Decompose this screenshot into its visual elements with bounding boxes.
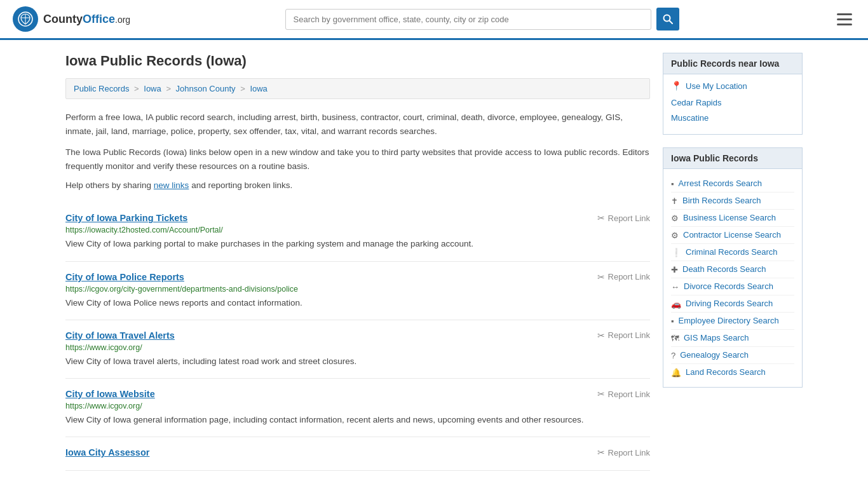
criminal-records-link[interactable]: Criminal Records Search [686, 247, 778, 257]
driving-records-link[interactable]: Driving Records Search [686, 299, 773, 308]
business-icon: ⚙ [671, 214, 679, 223]
divorce-records-link[interactable]: Divorce Records Search [684, 281, 773, 291]
breadcrumb-public-records[interactable]: Public Records [74, 84, 129, 93]
listing-item: City of Iowa Police Reports ✂ Report Lin… [65, 262, 650, 320]
listing-link[interactable]: City of Iowa Police Reports [65, 272, 184, 282]
birth-records-link[interactable]: Birth Records Search [682, 196, 761, 205]
use-my-location[interactable]: 📍 Use My Location [671, 81, 794, 91]
records-section: Iowa Public Records ▪ Arrest Records Sea… [663, 147, 803, 388]
breadcrumb-sep3: > [240, 84, 247, 93]
list-item: 🔔 Land Records Search [671, 364, 794, 381]
report-icon: ✂ [597, 213, 605, 223]
records-section-body: ▪ Arrest Records Search ✝ Birth Records … [663, 169, 803, 388]
listing-link[interactable]: City of Iowa Travel Alerts [65, 330, 175, 341]
list-item: ▪ Arrest Records Search [671, 175, 794, 193]
listing-item: City of Iowa Travel Alerts ✂ Report Link… [65, 320, 650, 379]
gis-icon: 🗺 [671, 334, 679, 343]
land-icon: 🔔 [671, 368, 681, 377]
location-pin-icon: 📍 [671, 81, 682, 91]
criminal-icon: ❕ [671, 248, 681, 257]
arrest-records-link[interactable]: Arrest Records Search [679, 179, 763, 188]
report-label: Report Link [608, 330, 650, 340]
report-icon: ✂ [597, 389, 605, 399]
land-records-link[interactable]: Land Records Search [686, 367, 766, 377]
business-license-link[interactable]: Business License Search [683, 213, 776, 222]
use-my-location-label: Use My Location [686, 81, 747, 91]
page-title: Iowa Public Records (Iowa) [65, 53, 650, 69]
listing-title: City of Iowa Police Reports [65, 272, 184, 282]
menu-button[interactable] [834, 10, 855, 29]
records-section-title: Iowa Public Records [663, 147, 803, 169]
employee-icon: ▪ [671, 316, 674, 326]
breadcrumb-sep2: > [166, 84, 173, 93]
arrest-icon: ▪ [671, 179, 674, 189]
employee-directory-link[interactable]: Employee Directory Search [679, 316, 779, 325]
listing-link[interactable]: City of Iowa Parking Tickets [65, 213, 187, 223]
list-item: ▪ Employee Directory Search [671, 313, 794, 330]
nearby-section-title: Public Records near Iowa [663, 53, 803, 74]
listings: City of Iowa Parking Tickets ✂ Report Li… [65, 203, 650, 471]
listing-url: https://icgov.org/city-government/depart… [65, 285, 650, 294]
divorce-icon: ↔ [671, 282, 679, 292]
listing-link[interactable]: City of Iowa Website [65, 389, 155, 399]
list-item: ? Genealogy Search [671, 347, 794, 364]
contractor-icon: ⚙ [671, 231, 679, 240]
genealogy-link[interactable]: Genealogy Search [680, 350, 749, 360]
report-link[interactable]: ✂ Report Link [597, 272, 650, 282]
list-item: 🗺 GIS Maps Search [671, 330, 794, 347]
nearby-link-cedar-rapids[interactable]: Cedar Rapids [671, 97, 794, 109]
header: CountyOffice.org [0, 0, 868, 40]
new-links-link[interactable]: new links [154, 180, 189, 190]
gis-maps-link[interactable]: GIS Maps Search [684, 333, 749, 342]
list-item: ❕ Criminal Records Search [671, 244, 794, 261]
listing-desc: View City of Iowa Police news reports an… [65, 297, 650, 309]
listing-url: https://iowacity.t2hosted.com/Account/Po… [65, 226, 650, 234]
listing-desc: View City of Iowa travel alerts, includi… [65, 355, 650, 368]
nearby-section: Public Records near Iowa 📍 Use My Locati… [663, 53, 803, 135]
list-item: ⚙ Contractor License Search [671, 227, 794, 244]
death-icon: ✚ [671, 265, 678, 274]
birth-icon: ✝ [671, 196, 678, 206]
listing-title: Iowa City Assessor [65, 447, 149, 458]
report-label: Report Link [608, 272, 650, 281]
main-content: Iowa Public Records (Iowa) Public Record… [65, 53, 650, 471]
listing-title: City of Iowa Parking Tickets [65, 213, 187, 223]
listing-item: City of Iowa Parking Tickets ✂ Report Li… [65, 203, 650, 261]
genealogy-icon: ? [671, 351, 675, 360]
layout: Iowa Public Records (Iowa) Public Record… [53, 40, 815, 484]
share-prefix: Help others by sharing [65, 180, 154, 190]
logo-icon [13, 6, 38, 32]
report-link[interactable]: ✂ Report Link [597, 330, 650, 341]
listing-link[interactable]: Iowa City Assessor [65, 447, 149, 458]
intro-text: Perform a free Iowa, IA public record se… [65, 111, 650, 138]
list-item: ⚙ Business License Search [671, 210, 794, 227]
share-suffix: and reporting broken links. [191, 180, 292, 190]
listing-title: City of Iowa Travel Alerts [65, 330, 175, 341]
breadcrumb-johnson-county[interactable]: Johnson County [176, 84, 236, 93]
breadcrumb-iowa-city[interactable]: Iowa [250, 84, 267, 93]
breadcrumb-iowa[interactable]: Iowa [144, 84, 161, 93]
search-input[interactable] [285, 9, 651, 30]
search-button[interactable] [656, 8, 679, 30]
listing-item: City of Iowa Website ✂ Report Link https… [65, 379, 650, 437]
listing-desc: View City of Iowa general information pa… [65, 414, 650, 426]
list-item: ↔ Divorce Records Search [671, 278, 794, 295]
report-link[interactable]: ✂ Report Link [597, 213, 650, 223]
driving-icon: 🚗 [671, 299, 681, 309]
list-item: ✚ Death Records Search [671, 261, 794, 278]
breadcrumb-sep1: > [134, 84, 141, 93]
listing-url: https://www.icgov.org/ [65, 402, 650, 410]
listing-item: Iowa City Assessor ✂ Report Link [65, 437, 650, 471]
nearby-link-muscatine[interactable]: Muscatine [671, 112, 794, 124]
contractor-license-link[interactable]: Contractor License Search [683, 230, 781, 240]
report-icon: ✂ [597, 330, 605, 341]
report-label: Report Link [608, 390, 650, 399]
svg-line-4 [669, 21, 672, 24]
listing-url: https://www.icgov.org/ [65, 343, 650, 352]
report-link[interactable]: ✂ Report Link [597, 447, 650, 458]
report-link[interactable]: ✂ Report Link [597, 389, 650, 399]
share-text: Help others by sharing new links and rep… [65, 180, 650, 190]
breadcrumb: Public Records > Iowa > Johnson County >… [65, 78, 650, 99]
list-item: 🚗 Driving Records Search [671, 295, 794, 313]
death-records-link[interactable]: Death Records Search [682, 264, 766, 274]
